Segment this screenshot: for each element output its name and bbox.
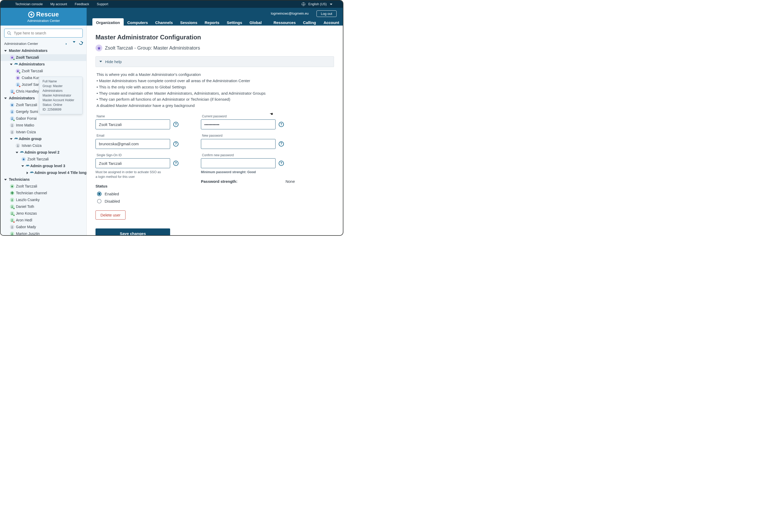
tab-organization[interactable]: Organization xyxy=(93,18,124,33)
status-disabled[interactable]: Disabled xyxy=(97,199,189,204)
user-icon xyxy=(10,109,14,114)
search-input[interactable] xyxy=(13,31,80,36)
name-input[interactable] xyxy=(96,119,170,129)
svg-point-14 xyxy=(12,233,13,234)
tab-global-settings[interactable]: Global settings xyxy=(246,18,270,33)
topbar-link-account[interactable]: My account xyxy=(50,2,67,6)
tree-gaborf[interactable]: Gabor Forrai xyxy=(1,115,87,122)
confirm-password-input[interactable] xyxy=(201,158,276,168)
tree-technicians[interactable]: Technicians xyxy=(1,176,87,183)
page-subtitle: Zsolt Tarczali - Group: Master Administr… xyxy=(96,45,334,52)
tree-istvan[interactable]: Istvan Csiza xyxy=(1,129,87,136)
language-selector[interactable]: English (US) xyxy=(301,2,332,7)
tooltip-id: ID: 22569699 xyxy=(43,107,79,112)
help-text: This is where you edit a Master Administ… xyxy=(96,72,334,108)
svg-point-7 xyxy=(12,131,13,132)
svg-point-0 xyxy=(8,32,10,34)
tree-aron[interactable]: Aron Hedl xyxy=(1,217,87,224)
password-strength-label: Password strength: xyxy=(201,179,238,185)
tooltip-status: Status: Online xyxy=(43,102,79,107)
radio-unchecked-icon xyxy=(97,199,101,203)
help-icon[interactable]: ? xyxy=(279,122,284,127)
new-password-label: New password xyxy=(202,134,295,138)
master-admin-icon xyxy=(16,75,20,80)
group-icon xyxy=(15,64,17,65)
account-email: logmeincwc@logmein.eu xyxy=(271,11,309,16)
tree-admin-group[interactable]: Admin group xyxy=(1,136,87,142)
tree-master-admins[interactable]: Master Administrators xyxy=(1,48,87,54)
user-icon xyxy=(10,130,14,134)
status-enabled[interactable]: Enabled xyxy=(97,191,189,197)
tooltip-holder: Master Account Holder xyxy=(43,98,79,102)
tab-calling-card[interactable]: Calling card xyxy=(299,18,320,33)
sidebar-search[interactable] xyxy=(4,29,83,38)
brand-block: Rescue Administration Center xyxy=(1,8,87,26)
tree-tech-channel[interactable]: ✚Technician channel xyxy=(1,190,87,197)
refresh-icon[interactable] xyxy=(78,41,83,45)
group-icon xyxy=(26,165,29,167)
user-icon xyxy=(10,123,14,128)
tree-marton[interactable]: Marton Jusztin xyxy=(1,230,87,235)
new-password-input[interactable] xyxy=(201,139,276,149)
tab-account[interactable]: Account xyxy=(320,18,343,33)
tooltip-group: Group: Master Administrators xyxy=(43,84,79,93)
tab-settings[interactable]: Settings xyxy=(223,18,246,33)
tree-admin-group-l3[interactable]: Admin group level 3 xyxy=(1,163,87,170)
tree-gaborm[interactable]: Gabor Mady xyxy=(1,224,87,230)
tree-jeno[interactable]: Jeno Koszas xyxy=(1,210,87,217)
user-icon xyxy=(10,211,14,216)
topbar-link-support[interactable]: Support xyxy=(97,2,108,6)
help-icon[interactable]: ? xyxy=(173,161,178,166)
group-icon xyxy=(20,152,23,153)
search-icon xyxy=(7,31,11,35)
password-strength-value: None xyxy=(286,179,295,185)
svg-point-2 xyxy=(18,84,19,85)
topbar-link-console[interactable]: Technician console xyxy=(15,2,43,6)
user-icon xyxy=(10,116,14,121)
help-icon[interactable]: ? xyxy=(279,141,284,147)
user-icon xyxy=(16,143,20,148)
tree-laszlo[interactable]: Laszlo Csanky xyxy=(1,197,87,203)
tree-zsolt-master[interactable]: Zsolt Tarczali xyxy=(1,54,87,61)
tabs-strip: Organization Computers Channels Sessions… xyxy=(93,18,343,33)
topbar-link-feedback[interactable]: Feedback xyxy=(75,2,89,6)
user-icon xyxy=(10,198,14,202)
delete-user-button[interactable]: Delete user xyxy=(96,210,125,219)
help-icon[interactable]: ? xyxy=(279,161,284,166)
tree-admin-group-l4[interactable]: Admin group level 4 Title long... xyxy=(1,170,87,176)
help-icon[interactable]: ? xyxy=(173,141,178,147)
current-password-input[interactable] xyxy=(201,119,276,129)
save-changes-button[interactable]: Save changes xyxy=(96,228,170,235)
svg-point-3 xyxy=(12,90,13,91)
chevron-down-icon xyxy=(99,61,102,62)
rescue-logo-icon xyxy=(28,12,35,18)
tree-zsolt-l2[interactable]: Zsolt Tarczali xyxy=(1,156,87,163)
tab-resources[interactable]: Ressources xyxy=(270,18,299,33)
tab-reports[interactable]: Reports xyxy=(201,18,223,33)
admin-icon xyxy=(10,103,14,107)
group-icon xyxy=(15,138,17,140)
tab-channels[interactable]: Channels xyxy=(152,18,177,33)
confirm-password-label: Confirm new password xyxy=(202,153,295,158)
tree-zsolt-tech[interactable]: Zsolt Tarczali xyxy=(1,183,87,190)
logout-button[interactable]: Log out xyxy=(316,10,337,17)
tab-sessions[interactable]: Sessions xyxy=(176,18,201,33)
collapse-icon[interactable]: ›› xyxy=(66,41,69,47)
help-icon[interactable]: ? xyxy=(173,122,178,127)
tree-admin-group-l2[interactable]: Admin group level 2 xyxy=(1,149,87,156)
tab-computers[interactable]: Computers xyxy=(124,18,152,33)
dropdown-icon[interactable] xyxy=(73,41,76,43)
sso-input[interactable] xyxy=(96,158,170,168)
svg-point-4 xyxy=(12,111,13,112)
tree-administrators-group[interactable]: Administrators xyxy=(1,61,87,68)
min-strength-hint: Minimum password strenght: Good xyxy=(201,170,269,175)
user-icon xyxy=(16,82,20,87)
user-tooltip: Full Name Group: Master Administrators M… xyxy=(39,77,83,114)
globe-icon xyxy=(301,2,305,6)
tree-istvan2[interactable]: Istvan Csiza xyxy=(1,142,87,149)
tree-daniel[interactable]: Daniel Toth xyxy=(1,203,87,210)
help-toggle[interactable]: Hide help xyxy=(96,56,334,67)
email-input[interactable] xyxy=(96,139,170,149)
tree-imre[interactable]: Imre Matko xyxy=(1,122,87,129)
tree-zsolt-admin1[interactable]: Zsolt Tarczali xyxy=(1,68,87,74)
